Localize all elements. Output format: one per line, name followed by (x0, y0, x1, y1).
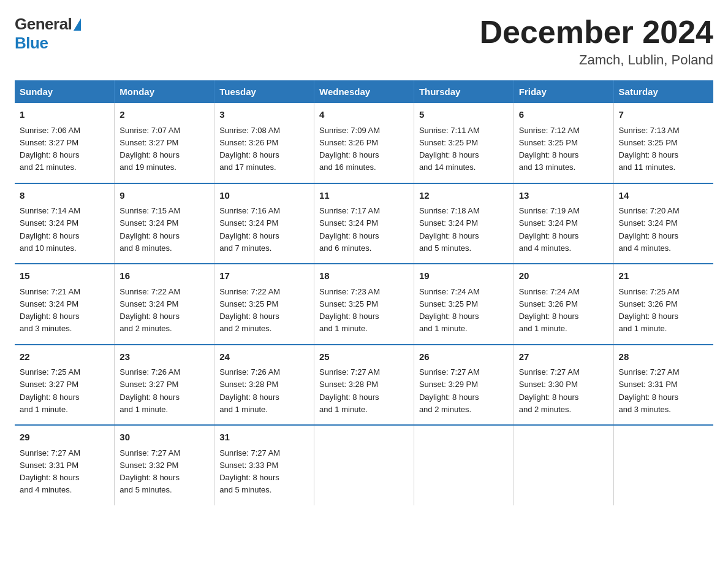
day-info: Sunrise: 7:12 AMSunset: 3:25 PMDaylight:… (519, 126, 580, 172)
day-of-week-header: Thursday (414, 80, 514, 103)
calendar-cell: 26Sunrise: 7:27 AMSunset: 3:29 PMDayligh… (414, 345, 514, 426)
logo-triangle-icon (74, 18, 81, 31)
day-info: Sunrise: 7:26 AMSunset: 3:28 PMDaylight:… (219, 367, 280, 414)
day-number: 15 (20, 269, 109, 283)
day-number: 21 (619, 269, 708, 283)
day-info: Sunrise: 7:20 AMSunset: 3:24 PMDaylight:… (619, 206, 680, 253)
day-number: 9 (119, 189, 209, 203)
calendar-cell: 14Sunrise: 7:20 AMSunset: 3:24 PMDayligh… (613, 183, 713, 264)
day-number: 3 (219, 108, 309, 122)
calendar-cell: 28Sunrise: 7:27 AMSunset: 3:31 PMDayligh… (613, 345, 713, 426)
day-info: Sunrise: 7:24 AMSunset: 3:25 PMDaylight:… (419, 287, 480, 334)
day-info: Sunrise: 7:27 AMSunset: 3:30 PMDaylight:… (519, 367, 580, 414)
calendar-cell: 17Sunrise: 7:22 AMSunset: 3:25 PMDayligh… (214, 264, 314, 345)
day-of-week-header: Friday (514, 80, 613, 103)
day-number: 12 (419, 189, 509, 203)
calendar-cell: 12Sunrise: 7:18 AMSunset: 3:24 PMDayligh… (414, 183, 514, 264)
day-number: 5 (419, 108, 509, 122)
day-number: 2 (119, 108, 209, 122)
calendar-cell: 24Sunrise: 7:26 AMSunset: 3:28 PMDayligh… (214, 345, 314, 426)
calendar-week-row: 1Sunrise: 7:06 AMSunset: 3:27 PMDaylight… (15, 103, 713, 183)
calendar-cell: 4Sunrise: 7:09 AMSunset: 3:26 PMDaylight… (314, 103, 414, 183)
day-info: Sunrise: 7:16 AMSunset: 3:24 PMDaylight:… (219, 206, 280, 253)
day-info: Sunrise: 7:15 AMSunset: 3:24 PMDaylight:… (119, 206, 180, 253)
calendar-cell: 19Sunrise: 7:24 AMSunset: 3:25 PMDayligh… (414, 264, 514, 345)
calendar-cell: 13Sunrise: 7:19 AMSunset: 3:24 PMDayligh… (514, 183, 613, 264)
day-number: 26 (419, 350, 509, 364)
calendar-cell: 6Sunrise: 7:12 AMSunset: 3:25 PMDaylight… (514, 103, 613, 183)
day-number: 8 (20, 189, 109, 203)
day-info: Sunrise: 7:24 AMSunset: 3:26 PMDaylight:… (519, 287, 580, 334)
calendar-cell: 11Sunrise: 7:17 AMSunset: 3:24 PMDayligh… (314, 183, 414, 264)
calendar-cell: 25Sunrise: 7:27 AMSunset: 3:28 PMDayligh… (314, 345, 414, 426)
calendar-header-row: SundayMondayTuesdayWednesdayThursdayFrid… (15, 80, 713, 103)
calendar-cell: 3Sunrise: 7:08 AMSunset: 3:26 PMDaylight… (214, 103, 314, 183)
day-info: Sunrise: 7:09 AMSunset: 3:26 PMDaylight:… (319, 126, 380, 172)
day-info: Sunrise: 7:06 AMSunset: 3:27 PMDaylight:… (20, 126, 80, 172)
day-number: 19 (419, 269, 509, 283)
calendar-cell: 5Sunrise: 7:11 AMSunset: 3:25 PMDaylight… (414, 103, 514, 183)
day-info: Sunrise: 7:27 AMSunset: 3:31 PMDaylight:… (20, 448, 80, 495)
calendar-cell: 18Sunrise: 7:23 AMSunset: 3:25 PMDayligh… (314, 264, 414, 345)
day-info: Sunrise: 7:22 AMSunset: 3:24 PMDaylight:… (119, 287, 180, 334)
calendar-cell: 29Sunrise: 7:27 AMSunset: 3:31 PMDayligh… (15, 425, 115, 505)
calendar-cell: 16Sunrise: 7:22 AMSunset: 3:24 PMDayligh… (115, 264, 214, 345)
day-of-week-header: Saturday (613, 80, 713, 103)
calendar-cell: 9Sunrise: 7:15 AMSunset: 3:24 PMDaylight… (115, 183, 214, 264)
day-number: 11 (319, 189, 409, 203)
day-info: Sunrise: 7:18 AMSunset: 3:24 PMDaylight:… (419, 206, 480, 253)
calendar-cell: 15Sunrise: 7:21 AMSunset: 3:24 PMDayligh… (15, 264, 115, 345)
calendar-cell: 10Sunrise: 7:16 AMSunset: 3:24 PMDayligh… (214, 183, 314, 264)
day-info: Sunrise: 7:27 AMSunset: 3:33 PMDaylight:… (219, 448, 280, 495)
day-number: 24 (219, 350, 309, 364)
calendar-table: SundayMondayTuesdayWednesdayThursdayFrid… (15, 80, 713, 505)
calendar-cell: 22Sunrise: 7:25 AMSunset: 3:27 PMDayligh… (15, 345, 115, 426)
day-number: 7 (619, 108, 708, 122)
day-info: Sunrise: 7:17 AMSunset: 3:24 PMDaylight:… (319, 206, 380, 253)
day-number: 25 (319, 350, 409, 364)
calendar-cell: 31Sunrise: 7:27 AMSunset: 3:33 PMDayligh… (214, 425, 314, 505)
day-number: 27 (519, 350, 609, 364)
day-info: Sunrise: 7:23 AMSunset: 3:25 PMDaylight:… (319, 287, 380, 334)
calendar-cell: 1Sunrise: 7:06 AMSunset: 3:27 PMDaylight… (15, 103, 115, 183)
calendar-week-row: 29Sunrise: 7:27 AMSunset: 3:31 PMDayligh… (15, 425, 713, 505)
day-info: Sunrise: 7:14 AMSunset: 3:24 PMDaylight:… (20, 206, 80, 253)
day-info: Sunrise: 7:27 AMSunset: 3:32 PMDaylight:… (119, 448, 180, 495)
day-info: Sunrise: 7:27 AMSunset: 3:31 PMDaylight:… (619, 367, 680, 414)
logo-blue-text: Blue (15, 34, 48, 52)
calendar-cell: 21Sunrise: 7:25 AMSunset: 3:26 PMDayligh… (613, 264, 713, 345)
day-number: 29 (20, 431, 109, 445)
day-info: Sunrise: 7:19 AMSunset: 3:24 PMDaylight:… (519, 206, 580, 253)
day-of-week-header: Tuesday (214, 80, 314, 103)
calendar-cell (414, 425, 514, 505)
calendar-cell: 20Sunrise: 7:24 AMSunset: 3:26 PMDayligh… (514, 264, 613, 345)
day-info: Sunrise: 7:08 AMSunset: 3:26 PMDaylight:… (219, 126, 280, 172)
title-block: December 2024 Zamch, Lublin, Poland (479, 15, 713, 68)
day-number: 6 (519, 108, 609, 122)
calendar-cell: 8Sunrise: 7:14 AMSunset: 3:24 PMDaylight… (15, 183, 115, 264)
day-info: Sunrise: 7:21 AMSunset: 3:24 PMDaylight:… (20, 287, 80, 334)
day-number: 1 (20, 108, 109, 122)
day-number: 16 (119, 269, 209, 283)
day-info: Sunrise: 7:07 AMSunset: 3:27 PMDaylight:… (119, 126, 180, 172)
day-info: Sunrise: 7:26 AMSunset: 3:27 PMDaylight:… (119, 367, 180, 414)
day-number: 14 (619, 189, 708, 203)
day-info: Sunrise: 7:13 AMSunset: 3:25 PMDaylight:… (619, 126, 680, 172)
calendar-cell: 30Sunrise: 7:27 AMSunset: 3:32 PMDayligh… (115, 425, 214, 505)
logo-general-text: General (15, 15, 72, 34)
day-number: 13 (519, 189, 609, 203)
calendar-cell: 2Sunrise: 7:07 AMSunset: 3:27 PMDaylight… (115, 103, 214, 183)
day-number: 23 (119, 350, 209, 364)
logo: General Blue (15, 15, 81, 53)
day-number: 20 (519, 269, 609, 283)
day-info: Sunrise: 7:11 AMSunset: 3:25 PMDaylight:… (419, 126, 480, 172)
day-number: 10 (219, 189, 309, 203)
calendar-week-row: 15Sunrise: 7:21 AMSunset: 3:24 PMDayligh… (15, 264, 713, 345)
day-info: Sunrise: 7:27 AMSunset: 3:28 PMDaylight:… (319, 367, 380, 414)
calendar-cell: 7Sunrise: 7:13 AMSunset: 3:25 PMDaylight… (613, 103, 713, 183)
day-info: Sunrise: 7:22 AMSunset: 3:25 PMDaylight:… (219, 287, 280, 334)
day-number: 18 (319, 269, 409, 283)
calendar-cell (613, 425, 713, 505)
day-number: 28 (619, 350, 708, 364)
day-number: 17 (219, 269, 309, 283)
